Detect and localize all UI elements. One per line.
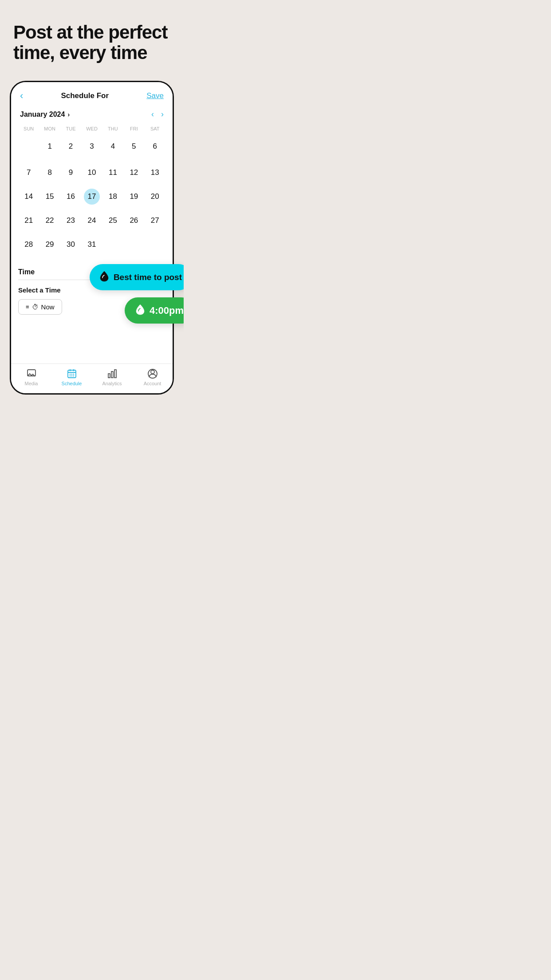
- account-icon: [147, 368, 158, 379]
- cal-day-17[interactable]: 17: [81, 185, 102, 208]
- hero-title: Post at the perfect time, every time: [13, 22, 170, 63]
- cal-day-16[interactable]: 16: [60, 185, 81, 208]
- nav-item-account[interactable]: Account: [132, 368, 173, 386]
- back-button[interactable]: ‹: [20, 90, 23, 102]
- month-nav: ‹ ›: [151, 110, 164, 119]
- cal-day-empty: [18, 135, 39, 160]
- day-name-mon: MON: [39, 124, 60, 133]
- clock-icon: ⏱: [32, 303, 39, 311]
- svg-rect-12: [111, 371, 113, 378]
- cal-day-10[interactable]: 10: [81, 161, 102, 184]
- cal-day-empty-c: [145, 233, 165, 258]
- bottom-nav: Media Schedule: [11, 364, 173, 393]
- cal-day-27[interactable]: 27: [145, 209, 165, 232]
- screen-title: Schedule For: [61, 91, 109, 100]
- nav-label-account: Account: [144, 381, 161, 386]
- day-name-sun: SUN: [18, 124, 39, 133]
- next-month-button[interactable]: ›: [161, 110, 164, 119]
- droplet-green-icon: [135, 304, 145, 317]
- cal-day-15[interactable]: 15: [39, 185, 60, 208]
- cal-day-29[interactable]: 29: [39, 233, 60, 258]
- cal-day-30[interactable]: 30: [60, 233, 81, 258]
- phone-screen: ‹ Schedule For Save January 2024 › ‹ › S…: [10, 81, 174, 395]
- cal-day-11[interactable]: 11: [102, 161, 123, 184]
- cal-day-18[interactable]: 18: [102, 185, 123, 208]
- day-name-tue: TUE: [60, 124, 81, 133]
- nav-item-media[interactable]: Media: [11, 368, 51, 386]
- month-row: January 2024 › ‹ ›: [18, 106, 165, 124]
- cal-day-empty-b: [123, 233, 144, 258]
- cal-day-20[interactable]: 20: [145, 185, 165, 208]
- cal-day-5[interactable]: 5: [123, 135, 144, 160]
- time-value-label: 4:00pm: [150, 305, 184, 316]
- cal-day-14[interactable]: 14: [18, 185, 39, 208]
- cal-day-9[interactable]: 9: [60, 161, 81, 184]
- cal-day-19[interactable]: 19: [123, 185, 144, 208]
- cal-day-25[interactable]: 25: [102, 209, 123, 232]
- calendar-grid: SUN MON TUE WED THU FRI SAT 1 2 3 4 5 6: [18, 124, 165, 258]
- cal-week-1: 1 2 3 4 5 6: [18, 135, 165, 160]
- svg-point-14: [151, 370, 154, 374]
- calendar-header-row: SUN MON TUE WED THU FRI SAT: [18, 124, 165, 133]
- month-label: January 2024 ›: [20, 111, 70, 119]
- cal-day-26[interactable]: 26: [123, 209, 144, 232]
- svg-rect-11: [108, 374, 110, 378]
- cal-day-23[interactable]: 23: [60, 209, 81, 232]
- cal-day-6[interactable]: 6: [145, 135, 165, 160]
- cal-week-4: 21 22 23 24 25 26 27: [18, 209, 165, 232]
- cal-day-31[interactable]: 31: [81, 233, 102, 258]
- droplet-icon: [99, 270, 109, 284]
- cal-day-1[interactable]: 1: [39, 135, 60, 160]
- day-name-wed: WED: [81, 124, 102, 133]
- list-icon: ≡: [26, 304, 29, 310]
- cal-day-12[interactable]: 12: [123, 161, 144, 184]
- calendar-section: January 2024 › ‹ › SUN MON TUE WED THU F…: [11, 106, 173, 264]
- cal-day-empty-a: [102, 233, 123, 258]
- best-time-label: Best time to post: [114, 273, 182, 282]
- cal-day-22[interactable]: 22: [39, 209, 60, 232]
- month-expand-icon[interactable]: ›: [67, 111, 70, 118]
- nav-label-media: Media: [25, 381, 38, 386]
- svg-rect-13: [114, 370, 116, 378]
- nav-item-schedule[interactable]: Schedule: [51, 368, 92, 386]
- cal-week-2: 7 8 9 10 11 12 13: [18, 161, 165, 184]
- cal-day-13[interactable]: 13: [145, 161, 165, 184]
- droplet-svg: [99, 270, 109, 282]
- cal-day-21[interactable]: 21: [18, 209, 39, 232]
- cal-day-24[interactable]: 24: [81, 209, 102, 232]
- now-button[interactable]: ≡ ⏱ Now: [18, 299, 62, 315]
- cal-day-8[interactable]: 8: [39, 161, 60, 184]
- day-name-thu: THU: [102, 124, 123, 133]
- cal-day-3[interactable]: 3: [81, 135, 102, 160]
- media-icon: [26, 368, 37, 379]
- nav-label-analytics: Analytics: [102, 381, 122, 386]
- save-button[interactable]: Save: [146, 91, 164, 100]
- nav-item-analytics[interactable]: Analytics: [92, 368, 132, 386]
- cal-day-2[interactable]: 2: [60, 135, 81, 160]
- schedule-icon: [67, 368, 77, 379]
- cal-week-3: 14 15 16 17 18 19 20: [18, 185, 165, 208]
- cal-day-28[interactable]: 28: [18, 233, 39, 258]
- prev-month-button[interactable]: ‹: [151, 110, 154, 119]
- best-time-button[interactable]: Best time to post: [90, 264, 184, 290]
- nav-label-schedule: Schedule: [62, 381, 82, 386]
- analytics-icon: [107, 368, 118, 379]
- droplet-green-svg: [135, 304, 145, 315]
- cal-week-5: 28 29 30 31: [18, 233, 165, 258]
- day-name-sat: SAT: [145, 124, 165, 133]
- phone-wrapper: ‹ Schedule For Save January 2024 › ‹ › S…: [0, 81, 184, 395]
- day-name-fri: FRI: [123, 124, 144, 133]
- hero-section: Post at the perfect time, every time: [0, 0, 184, 76]
- screen-header: ‹ Schedule For Save: [11, 82, 173, 106]
- cal-day-7[interactable]: 7: [18, 161, 39, 184]
- cal-day-4[interactable]: 4: [102, 135, 123, 160]
- time-4pm-button[interactable]: 4:00pm: [125, 297, 184, 324]
